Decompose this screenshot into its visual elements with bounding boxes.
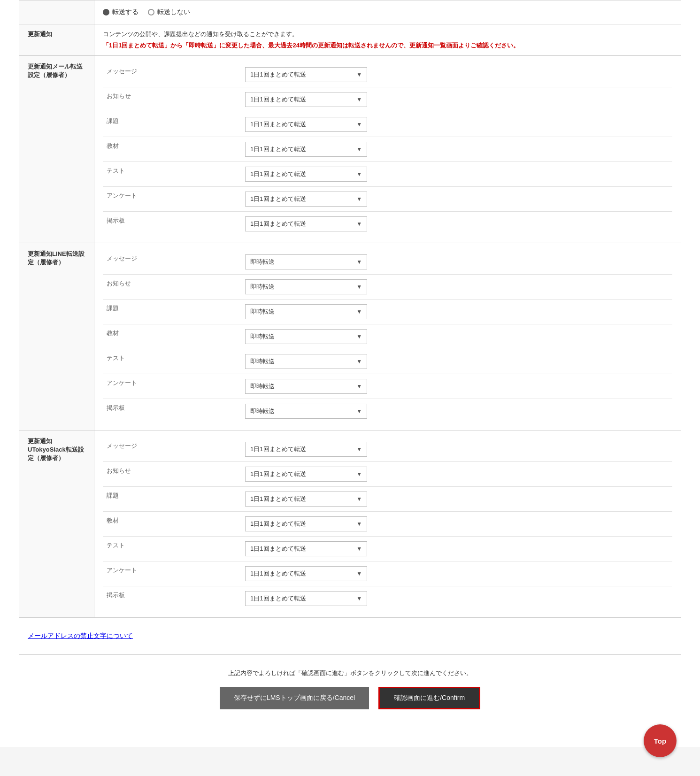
field-label-5: アンケート bbox=[103, 187, 241, 212]
chevron-down-icon: ▼ bbox=[356, 408, 362, 415]
chevron-down-icon: ▼ bbox=[356, 546, 362, 552]
field-label-3: 教材 bbox=[103, 324, 241, 349]
chevron-down-icon: ▼ bbox=[356, 446, 362, 453]
field-select-3[interactable]: 即時転送▼ bbox=[241, 324, 672, 349]
field-label-0: メッセージ bbox=[103, 62, 241, 87]
field-label-4: テスト bbox=[103, 162, 241, 187]
email-section-label: 更新通知メール転送設定（履修者） bbox=[19, 56, 94, 243]
notice-description: コンテンツの公開や、課題提出などの通知を受け取ることができます。 bbox=[103, 30, 672, 38]
field-select-4[interactable]: 即時転送▼ bbox=[241, 349, 672, 374]
chevron-down-icon: ▼ bbox=[356, 308, 362, 315]
field-label-3: 教材 bbox=[103, 137, 241, 162]
field-label-2: 課題 bbox=[103, 300, 241, 324]
chevron-down-icon: ▼ bbox=[356, 121, 362, 128]
chevron-down-icon: ▼ bbox=[356, 358, 362, 365]
field-select-6[interactable]: 即時転送▼ bbox=[241, 399, 672, 424]
field-label-1: お知らせ bbox=[103, 275, 241, 300]
slack-fields-cell: メッセージ1日1回まとめて転送▼お知らせ1日1回まとめて転送▼課題1日1回まとめ… bbox=[94, 430, 681, 618]
field-label-5: アンケート bbox=[103, 374, 241, 399]
chevron-down-icon: ▼ bbox=[356, 595, 362, 602]
field-label-3: 教材 bbox=[103, 512, 241, 537]
radio-empty-icon bbox=[148, 9, 154, 15]
field-label-4: テスト bbox=[103, 537, 241, 561]
cancel-button[interactable]: 保存せずにLMSトップ画面に戻る/Cancel bbox=[220, 687, 369, 709]
field-label-2: 課題 bbox=[103, 487, 241, 512]
chevron-down-icon: ▼ bbox=[356, 96, 362, 103]
field-select-0[interactable]: 即時転送▼ bbox=[241, 250, 672, 275]
field-select-6[interactable]: 1日1回まとめて転送▼ bbox=[241, 212, 672, 237]
field-label-1: お知らせ bbox=[103, 462, 241, 487]
chevron-down-icon: ▼ bbox=[356, 259, 362, 265]
bottom-note: 上記内容でよろしければ「確認画面に進む」ボタンをクリックして次に進んでください。 bbox=[19, 669, 681, 677]
field-label-6: 掲示板 bbox=[103, 586, 241, 611]
radio-dont-label: 転送しない bbox=[157, 8, 190, 16]
field-select-0[interactable]: 1日1回まとめて転送▼ bbox=[241, 437, 672, 462]
field-label-5: アンケート bbox=[103, 561, 241, 586]
chevron-down-icon: ▼ bbox=[356, 383, 362, 390]
bottom-area: 上記内容でよろしければ「確認画面に進む」ボタンをクリックして次に進んでください。… bbox=[19, 655, 681, 719]
field-select-3[interactable]: 1日1回まとめて転送▼ bbox=[241, 137, 672, 162]
field-label-2: 課題 bbox=[103, 112, 241, 137]
chevron-down-icon: ▼ bbox=[356, 221, 362, 227]
field-select-5[interactable]: 1日1回まとめて転送▼ bbox=[241, 187, 672, 212]
email-fields-cell: メッセージ1日1回まとめて転送▼お知らせ1日1回まとめて転送▼課題1日1回まとめ… bbox=[94, 56, 681, 243]
chevron-down-icon: ▼ bbox=[356, 284, 362, 290]
chevron-down-icon: ▼ bbox=[356, 570, 362, 577]
chevron-down-icon: ▼ bbox=[356, 496, 362, 502]
chevron-down-icon: ▼ bbox=[356, 521, 362, 527]
field-select-0[interactable]: 1日1回まとめて転送▼ bbox=[241, 62, 672, 87]
field-select-3[interactable]: 1日1回まとめて転送▼ bbox=[241, 512, 672, 537]
field-label-4: テスト bbox=[103, 349, 241, 374]
chevron-down-icon: ▼ bbox=[356, 196, 362, 202]
field-select-5[interactable]: 即時転送▼ bbox=[241, 374, 672, 399]
transfer-label bbox=[19, 0, 94, 24]
line-section-label: 更新通知LINE転送設定（履修者） bbox=[19, 243, 94, 430]
line-fields-cell: メッセージ即時転送▼お知らせ即時転送▼課題即時転送▼教材即時転送▼テスト即時転送… bbox=[94, 243, 681, 430]
field-select-4[interactable]: 1日1回まとめて転送▼ bbox=[241, 162, 672, 187]
chevron-down-icon: ▼ bbox=[356, 471, 362, 477]
field-label-1: お知らせ bbox=[103, 87, 241, 112]
confirm-button[interactable]: 確認画面に進む/Confirm bbox=[378, 687, 480, 709]
field-select-1[interactable]: 1日1回まとめて転送▼ bbox=[241, 87, 672, 112]
chevron-down-icon: ▼ bbox=[356, 71, 362, 78]
chevron-down-icon: ▼ bbox=[356, 146, 362, 153]
radio-do-transfer[interactable]: 転送する bbox=[103, 8, 138, 16]
chevron-down-icon: ▼ bbox=[356, 171, 362, 177]
field-select-2[interactable]: 1日1回まとめて転送▼ bbox=[241, 487, 672, 512]
radio-filled-icon bbox=[103, 9, 109, 15]
field-select-6[interactable]: 1日1回まとめて転送▼ bbox=[241, 586, 672, 611]
radio-dont-transfer[interactable]: 転送しない bbox=[148, 8, 190, 16]
field-label-6: 掲示板 bbox=[103, 212, 241, 237]
field-select-1[interactable]: 即時転送▼ bbox=[241, 275, 672, 300]
field-label-0: メッセージ bbox=[103, 437, 241, 462]
field-select-1[interactable]: 1日1回まとめて転送▼ bbox=[241, 462, 672, 487]
field-select-5[interactable]: 1日1回まとめて転送▼ bbox=[241, 561, 672, 586]
field-select-4[interactable]: 1日1回まとめて転送▼ bbox=[241, 537, 672, 561]
field-label-0: メッセージ bbox=[103, 250, 241, 275]
notice-section-label: 更新通知 bbox=[19, 24, 94, 56]
footer-link[interactable]: メールアドレスの禁止文字について bbox=[28, 624, 672, 648]
slack-section-label: 更新通知UTokyoSlack転送設定（履修者） bbox=[19, 430, 94, 618]
chevron-down-icon: ▼ bbox=[356, 333, 362, 340]
notice-warning: 「1日1回まとめて転送」から「即時転送」に変更した場合、最大過去24時間の更新通… bbox=[103, 41, 672, 50]
radio-do-label: 転送する bbox=[112, 8, 138, 16]
field-select-2[interactable]: 1日1回まとめて転送▼ bbox=[241, 112, 672, 137]
field-label-6: 掲示板 bbox=[103, 399, 241, 424]
field-select-2[interactable]: 即時転送▼ bbox=[241, 300, 672, 324]
